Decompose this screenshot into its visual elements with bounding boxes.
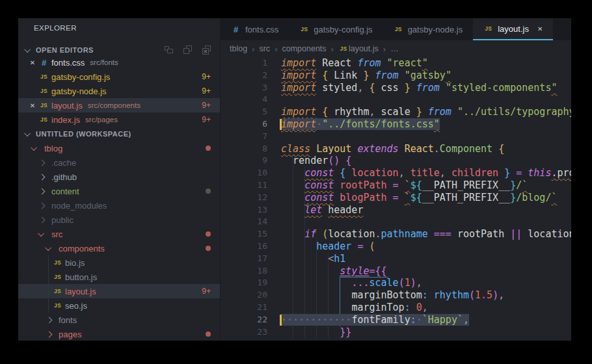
code-token: } <box>416 106 422 118</box>
line-number: 6 <box>221 118 281 131</box>
chevron-right-icon <box>46 317 53 323</box>
close-icon[interactable]: ✕ <box>27 59 38 66</box>
code-line-13[interactable]: 13 let header <box>221 204 571 216</box>
close-icon[interactable]: ✕ <box>537 25 543 32</box>
code-line-text: import { rhythm, scale } from "../utils/… <box>281 106 571 118</box>
code-token: header <box>328 204 363 216</box>
tab-bar: #fonts.cssJSgatsby-config.jsJSgatsby-nod… <box>221 18 571 40</box>
code-line-20[interactable]: 20 marginBottom: rhythm(1.5), <box>221 289 571 302</box>
tab-gatsby-node.js[interactable]: JSgatsby-node.js <box>383 18 474 40</box>
editor-area: #fonts.cssJSgatsby-config.jsJSgatsby-nod… <box>220 18 571 341</box>
code-token: : <box>405 302 410 313</box>
save-all-icon[interactable] <box>183 45 193 55</box>
code-line-23[interactable]: 23 }} <box>221 326 571 339</box>
code-token: let <box>304 204 322 216</box>
code-token <box>281 240 316 252</box>
breadcrumb-item-layout.js[interactable]: layout.js <box>349 44 379 53</box>
code-line-9[interactable]: 9 render() { <box>221 155 571 167</box>
code-line-19[interactable]: 19 ...scale(1), <box>221 277 571 289</box>
tree-item-fonts[interactable]: fonts <box>18 313 220 327</box>
tree-item-components[interactable]: components <box>18 241 220 255</box>
code-line-14[interactable]: 14 <box>221 216 571 228</box>
code-line-12[interactable]: 12 const blogPath = `${__PATH_PREFIX__}/… <box>221 192 571 204</box>
code-token: · <box>316 118 322 130</box>
breadcrumb-separator-icon: › <box>252 44 254 54</box>
code-line-1[interactable]: 1import React from "react" <box>221 57 571 70</box>
open-editor-gatsby-config.js[interactable]: JSgatsby-config.js9+ <box>18 70 220 84</box>
split-editor-icon[interactable] <box>164 45 174 55</box>
open-editor-layout.js[interactable]: ✕JSlayout.jssrc/components9+ <box>18 98 220 112</box>
code-line-2[interactable]: 2import { Link } from "gatsby" <box>221 70 571 82</box>
tree-item-src[interactable]: src <box>18 227 220 241</box>
code-token: "../fonts/fonts.css <box>322 118 434 130</box>
code-token: , <box>399 167 405 179</box>
code-token: blogPath <box>340 192 386 203</box>
code-token: rootPath <box>457 228 504 240</box>
code-token: } <box>504 167 510 179</box>
code-line-8[interactable]: 8class Layout extends React.Component { <box>221 143 571 155</box>
tree-item-public[interactable]: public <box>18 213 220 227</box>
tab-layout.js[interactable]: JSlayout.js✕ <box>473 18 553 40</box>
tree-item-.github[interactable]: .github <box>18 170 220 184</box>
code-editor[interactable]: 1import React from "react"2import { Link… <box>221 57 571 341</box>
open-editor-gatsby-node.js[interactable]: JSgatsby-node.js9+ <box>18 84 220 98</box>
close-all-editors-icon[interactable]: ✕ <box>202 45 212 55</box>
code-line-3[interactable]: 3import styled, { css } from "styled-com… <box>221 82 571 94</box>
problems-badge: 9+ <box>202 72 220 81</box>
code-token: 1 <box>405 277 410 289</box>
css-file-icon: # <box>231 25 241 34</box>
breadcrumb-item-tblog[interactable]: tblog <box>230 44 247 53</box>
code-line-15[interactable]: 15 if (location.pathname === rootPath ||… <box>221 228 571 240</box>
code-token: import <box>281 118 316 130</box>
code-line-4[interactable]: 4 <box>221 94 571 106</box>
code-line-17[interactable]: 17 <h1 <box>221 253 571 265</box>
tree-item-content[interactable]: content <box>18 184 220 198</box>
code-line-10[interactable]: 10 const { location, title, children } =… <box>221 167 571 179</box>
code-token: React <box>405 143 434 155</box>
code-line-text: render() { <box>281 155 351 167</box>
code-line-16[interactable]: 16 header = ( <box>221 240 571 253</box>
tree-item-tblog[interactable]: tblog <box>18 141 220 155</box>
code-line-text: let header <box>281 204 363 216</box>
tab-gatsby-config.js[interactable]: JSgatsby-config.js <box>289 18 383 40</box>
code-line-22[interactable]: 22············fontFamily:·`Happy`, <box>221 314 571 326</box>
code-line-7[interactable]: 7 <box>221 131 571 143</box>
code-token: { <box>322 106 328 118</box>
code-token: const <box>304 179 334 191</box>
tree-item-node_modules[interactable]: node_modules <box>18 198 220 213</box>
code-token: pathname <box>381 228 428 240</box>
code-line-11[interactable]: 11 const rootPath = `${__PATH_PREFIX__}/… <box>221 179 571 192</box>
breadcrumb-item-src[interactable]: src <box>259 44 270 53</box>
modified-dot <box>206 231 211 237</box>
code-line-21[interactable]: 21 marginTop: 0, <box>221 302 571 314</box>
line-number: 22 <box>221 314 281 326</box>
open-editor-fonts.css[interactable]: ✕#fonts.csssrc/fonts <box>18 55 220 70</box>
open-editor-index.js[interactable]: JSindex.jssrc/pages9+ <box>18 112 220 127</box>
workspace-header[interactable]: UNTITLED (WORKSPACE) <box>18 127 220 141</box>
breadcrumb-item-…[interactable]: … <box>390 44 399 53</box>
code-token: from <box>428 106 451 118</box>
code-token: . <box>434 143 440 155</box>
code-token: 0 <box>416 302 422 313</box>
code-token <box>451 106 457 118</box>
code-token: = <box>393 179 399 191</box>
code-line-5[interactable]: 5import { rhythm, scale } from "../utils… <box>221 106 571 118</box>
modified-dot <box>206 188 211 194</box>
code-line-18[interactable]: 18 style={{ <box>221 265 571 278</box>
close-icon[interactable]: ✕ <box>27 102 38 109</box>
code-token <box>334 179 340 191</box>
code-token: header <box>316 240 351 252</box>
code-line-6[interactable]: 6import·"../fonts/fonts.css" <box>221 118 571 131</box>
breadcrumb-item-components[interactable]: components <box>282 44 326 53</box>
code-token: ` <box>551 192 557 203</box>
breadcrumb[interactable]: tblog›src›components›JSlayout.js›… <box>221 40 571 57</box>
code-token <box>440 82 446 94</box>
tab-fonts.css[interactable]: #fonts.css <box>221 18 289 40</box>
tree-item-.cache[interactable]: .cache <box>18 155 220 170</box>
code-token <box>281 277 351 289</box>
code-token <box>428 228 434 240</box>
tree-item-pages[interactable]: pages <box>18 327 220 341</box>
code-token: { <box>322 70 328 81</box>
tab-label: gatsby-node.js <box>408 25 463 34</box>
code-token: style <box>340 265 369 277</box>
